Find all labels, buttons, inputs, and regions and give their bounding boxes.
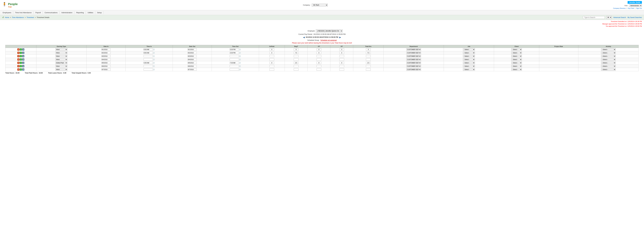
regt-input[interactable] [294,65,298,67]
activity-cell[interactable]: --Select-- [578,68,638,71]
delete-row-button[interactable]: 🗑 [17,65,20,67]
unpaid-cell[interactable] [259,54,285,58]
add-row-button[interactable]: + [20,48,22,50]
earning-type-cell[interactable]: WorkEdited Paid [36,58,86,61]
client-select[interactable]: - Select - [511,48,522,51]
activity-select[interactable]: --Select-- [601,65,616,67]
save-row-button[interactable]: 💾 [22,58,24,60]
earning-type-select[interactable]: WorkEdited Paid [56,52,68,54]
department-cell[interactable]: CUSTOMER SERVIC [384,48,444,51]
delete-row-button[interactable]: 🗑 [17,48,20,50]
date-out-cell[interactable] [173,68,212,71]
date-out-input[interactable] [188,52,197,54]
earning-type-select[interactable]: WorkEdited Paid [56,58,68,61]
client-cell[interactable]: - Select - [494,54,539,58]
prev-period-arrow[interactable]: ◀ [303,36,305,38]
clock-in-icon[interactable]: 🕐 [153,49,155,50]
earning-type-cell[interactable]: WorkEdited Paid [36,64,86,68]
department-cell[interactable]: CUSTOMER SERVIC [384,64,444,68]
job-cell[interactable]: - Select - [444,54,494,58]
ot-cell[interactable] [308,48,330,51]
delete-row-button[interactable]: 🗑 [17,68,20,71]
unpaid-input[interactable] [270,48,274,50]
date-in-input[interactable] [102,55,110,57]
save-row-button[interactable]: 💾 [22,48,24,50]
date-in-cell[interactable] [86,58,126,61]
activity-cell[interactable]: --Select-- [578,61,638,64]
activity-cell[interactable]: --Select-- [578,54,638,58]
advanced-search-link[interactable]: Advanced Search [613,16,626,18]
date-out-cell[interactable] [173,54,212,58]
add-row-button[interactable]: + [20,62,22,64]
role-select[interactable]: Administrator [629,4,642,7]
clock-in-icon[interactable]: 🕐 [153,55,155,57]
dt-input[interactable] [339,58,344,60]
unpaid-input[interactable] [270,68,274,71]
total_hrs-cell[interactable] [353,54,384,58]
date-in-input[interactable] [102,62,110,64]
time-in-cell[interactable]: 🕐 [126,48,173,51]
client-select[interactable]: - Select - [511,65,522,67]
nav-payroll[interactable]: Payroll [34,11,43,14]
dt-cell[interactable] [330,48,353,51]
date-in-cell[interactable] [86,68,126,71]
department-cell[interactable]: CUSTOMER SERVIC [384,61,444,64]
date-out-input[interactable] [188,65,197,67]
job-select[interactable]: - Select - [463,68,475,71]
dt-cell[interactable] [330,61,353,64]
client-cell[interactable]: - Select - [494,68,539,71]
date-in-cell[interactable] [86,64,126,68]
department-select[interactable]: CUSTOMER SERVIC [406,68,421,71]
regt-input[interactable] [294,62,298,64]
add-row-button[interactable]: + [20,65,22,67]
date-out-input[interactable] [188,62,197,64]
unpaid-input[interactable] [270,58,274,60]
department-cell[interactable]: CUSTOMER SERVIC [384,58,444,61]
earning-type-select[interactable]: WorkEdited Paid [56,55,68,57]
date-out-cell[interactable] [173,58,212,61]
activity-select[interactable]: --Select-- [601,55,616,57]
total_hrs-cell[interactable] [353,64,384,68]
clock-out-icon[interactable]: 🕐 [239,59,241,60]
time-out-cell[interactable]: 🕐 [212,54,259,58]
job-select[interactable]: - Select - [463,55,475,57]
date-in-input[interactable] [102,48,110,50]
date-in-cell[interactable] [86,48,126,51]
ot-cell[interactable] [308,68,330,71]
activity-select[interactable]: --Select-- [601,48,616,51]
add-row-button[interactable]: + [20,68,22,71]
regt-input[interactable] [294,68,298,71]
dt-cell[interactable] [330,51,353,54]
schedule-not-assigned-link[interactable]: Schedule not assigned [320,39,336,41]
nav-reporting[interactable]: Reporting [74,11,86,14]
date-out-input[interactable] [188,48,197,50]
total_hrs-input[interactable] [366,48,371,50]
nav-employees[interactable]: Employees [2,11,13,14]
date-in-cell[interactable] [86,54,126,58]
save-row-button[interactable]: 💾 [22,52,24,54]
clock-in-icon[interactable]: 🕐 [153,59,155,60]
time-out-input[interactable] [230,48,239,50]
clock-out-icon[interactable]: 🕐 [239,55,241,57]
dt-input[interactable] [339,68,344,71]
regt-cell[interactable] [285,58,308,61]
client-cell[interactable]: - Select - [494,64,539,68]
department-select[interactable]: CUSTOMER SERVIC [406,65,421,67]
job-cell[interactable]: - Select - [444,58,494,61]
nav-setup[interactable]: Setup [95,11,104,14]
time-out-cell[interactable]: 🕐 [212,51,259,54]
regt-input[interactable] [294,55,298,57]
dt-input[interactable] [339,65,344,67]
regt-input[interactable] [294,58,298,60]
total_hrs-cell[interactable] [353,51,384,54]
nav-administration[interactable]: Administration [60,11,74,14]
clock-out-icon[interactable]: 🕐 [239,69,241,70]
department-select[interactable]: CUSTOMER SERVIC [406,62,421,64]
total_hrs-cell[interactable] [353,68,384,71]
earning-type-select[interactable]: WorkEdited Paid [56,65,68,67]
breadcrumb-home[interactable]: Home [5,16,9,18]
client-cell[interactable]: - Select - [494,48,539,51]
activity-select[interactable]: --Select-- [601,68,616,71]
ot-cell[interactable] [308,61,330,64]
ot-input[interactable] [316,52,321,54]
